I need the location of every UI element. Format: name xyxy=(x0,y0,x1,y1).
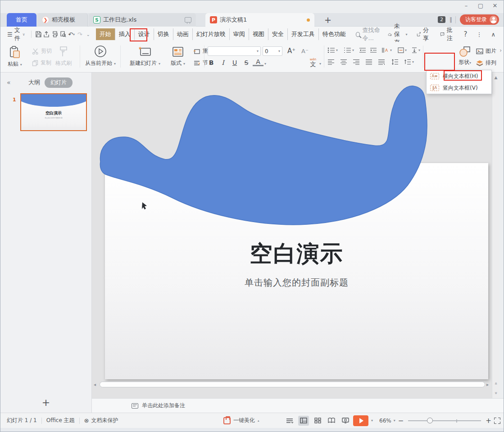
text-direction-button[interactable]: A▾ xyxy=(381,47,392,53)
export-button[interactable] xyxy=(42,29,50,40)
customize-quickbar-button[interactable]: ⌄ xyxy=(84,29,92,40)
menu-tab-home[interactable]: 开始 xyxy=(96,28,115,40)
numbered-list-button[interactable]: ▾ xyxy=(344,47,354,53)
tab-presentation1[interactable]: P 演示文稿1 xyxy=(205,13,314,27)
help-button[interactable]: ? xyxy=(460,30,471,38)
line-spacing-button[interactable] xyxy=(391,59,399,65)
arrange-button[interactable]: 排列 xyxy=(476,59,496,67)
menu-tab-security[interactable]: 安全 xyxy=(268,28,287,40)
align-text-button[interactable]: ▾ xyxy=(398,47,407,53)
layout-button[interactable]: 版式 ▾ xyxy=(166,45,190,67)
notes-bar[interactable]: 单击此处添加备注 xyxy=(92,398,504,413)
cut-button[interactable]: 剪切 xyxy=(32,47,52,55)
pinyin-guide-button[interactable]: wén 文 xyxy=(308,57,318,68)
decrease-indent-button[interactable] xyxy=(359,47,366,53)
menu-tab-special[interactable]: 特色功能 xyxy=(318,28,350,40)
shrink-font-button[interactable]: A⁻ xyxy=(300,46,310,55)
zoom-slider[interactable] xyxy=(408,418,481,424)
zoom-thumb[interactable] xyxy=(427,418,433,423)
slideshow-view-button[interactable] xyxy=(340,416,351,426)
font-color-button[interactable]: A xyxy=(253,58,263,66)
add-slide-button[interactable]: + xyxy=(0,397,91,408)
align-right-button[interactable] xyxy=(353,59,360,65)
minimize-button[interactable]: – xyxy=(462,2,470,9)
freeform-shape[interactable] xyxy=(92,73,493,399)
superscript-button[interactable] xyxy=(271,58,282,67)
find-command-search[interactable]: 查找命令... xyxy=(356,26,384,42)
menu-tab-animation[interactable]: 动画 xyxy=(173,28,192,40)
zoom-out-button[interactable]: − xyxy=(398,417,404,425)
shapes-button[interactable]: 形状▾ xyxy=(455,45,474,66)
align-left-button[interactable] xyxy=(327,59,335,65)
print-preview-button[interactable] xyxy=(59,29,67,40)
justify-button[interactable] xyxy=(365,59,372,65)
vertical-align-button[interactable]: ▾ xyxy=(411,47,420,53)
menu-tab-design[interactable]: 设计 xyxy=(134,28,154,40)
format-painter-button[interactable]: 格式刷 xyxy=(55,45,72,67)
tab-outline[interactable]: 大纲 xyxy=(28,78,40,86)
font-size-combobox[interactable]: 0▾ xyxy=(263,46,282,56)
increase-indent-button[interactable] xyxy=(370,47,377,53)
new-tab-button[interactable]: + xyxy=(321,13,335,27)
menu-tab-slideshow[interactable]: 幻灯片放映 xyxy=(192,28,229,40)
share-button[interactable]: 分享 xyxy=(413,26,435,42)
next-slide-button[interactable]: » xyxy=(494,391,499,394)
maximize-button[interactable]: ▢ xyxy=(477,2,485,9)
bold-button[interactable]: B xyxy=(206,58,217,67)
previous-slide-button[interactable]: « xyxy=(494,382,499,385)
distribute-button[interactable] xyxy=(378,59,385,65)
print-button[interactable] xyxy=(50,29,59,40)
tab-docer-templates[interactable]: ❯ 稻壳模板 xyxy=(37,13,88,27)
menu-tab-view[interactable]: 视图 xyxy=(249,28,268,40)
slide-canvas[interactable]: 空白演示 单击输入您的封面副标题 ◂ ▸ xyxy=(92,73,493,399)
clear-format-button[interactable] xyxy=(296,58,307,67)
slideshow-play-button[interactable] xyxy=(353,415,368,426)
tab-home[interactable]: 首页 xyxy=(7,13,36,27)
collapse-ribbon-button[interactable]: ∧ xyxy=(488,31,499,38)
beautify-button[interactable]: 一键美化 ▴ xyxy=(223,417,259,424)
font-color-caret[interactable]: ▾ xyxy=(264,62,266,66)
main-menu-button[interactable]: ☰ 文件 ∨ xyxy=(4,28,28,40)
align-center-button[interactable] xyxy=(340,59,347,65)
menu-item-vertical-textbox[interactable]: ‖A 竖向文本框(V) xyxy=(427,82,491,94)
underline-button[interactable]: U xyxy=(229,58,240,67)
collapse-panel-button[interactable]: « xyxy=(7,79,11,86)
zoom-in-button[interactable]: + xyxy=(486,417,491,425)
undo-button[interactable]: ↶▾ xyxy=(67,29,75,40)
theme-name[interactable]: Office 主题 xyxy=(46,417,75,424)
save-button[interactable] xyxy=(34,29,42,40)
menu-tab-insert[interactable]: 插入 xyxy=(115,28,134,40)
subscript-button[interactable] xyxy=(283,58,294,67)
paragraph-spacing-button[interactable]: ▾ xyxy=(404,59,414,65)
grow-font-button[interactable]: A⁺ xyxy=(286,46,297,55)
font-family-combobox[interactable]: ▾ xyxy=(208,46,261,56)
paste-button[interactable]: 粘贴 ▾ xyxy=(8,45,22,68)
scroll-up-icon[interactable]: ▲ xyxy=(492,75,499,80)
slide-thumbnail[interactable]: 空白演示 单击输入您的封面副标题 xyxy=(20,93,87,131)
vertical-scrollbar[interactable]: ▲ « » xyxy=(492,73,499,399)
picture-button[interactable]: 图片 xyxy=(476,47,496,55)
normal-view-button[interactable] xyxy=(298,416,309,426)
menu-tab-review[interactable]: 审阅 xyxy=(229,28,249,40)
reading-view-button[interactable] xyxy=(326,416,337,426)
redo-button[interactable]: ↷ xyxy=(76,29,84,40)
new-slide-button[interactable]: 新建幻灯片 ▾ xyxy=(126,45,164,67)
document-protection[interactable]: ⊗ 文档未保护 xyxy=(84,417,118,424)
pinyin-caret[interactable]: ▾ xyxy=(319,62,321,66)
notes-toggle-button[interactable] xyxy=(284,416,295,426)
menu-tab-transition[interactable]: 切换 xyxy=(154,28,173,40)
strikethrough-button[interactable]: S xyxy=(241,58,252,67)
slideshow-play-caret[interactable]: ▾ xyxy=(371,418,373,423)
menu-tab-devtools[interactable]: 开发工具 xyxy=(287,28,318,40)
menu-item-horizontal-textbox[interactable]: A≡ 横向文本框(H) xyxy=(427,70,491,82)
play-from-current-button[interactable]: 从当前开始 ▾ xyxy=(84,45,117,67)
more-menu-button[interactable]: ⋮ xyxy=(473,31,486,38)
tab-worklog-xls[interactable]: S 工作日志.xls xyxy=(89,13,196,27)
close-button[interactable]: ✕ xyxy=(491,2,499,9)
screen-share-icon[interactable] xyxy=(185,17,191,23)
copy-button[interactable]: 复制 xyxy=(32,59,51,67)
tab-slides[interactable]: 幻灯片 xyxy=(45,77,73,88)
zoom-level[interactable]: 66% ▾ xyxy=(379,418,395,424)
ribbon-scroll-right-icon[interactable]: › xyxy=(499,47,502,54)
comment-button[interactable]: 批注 xyxy=(436,26,459,42)
